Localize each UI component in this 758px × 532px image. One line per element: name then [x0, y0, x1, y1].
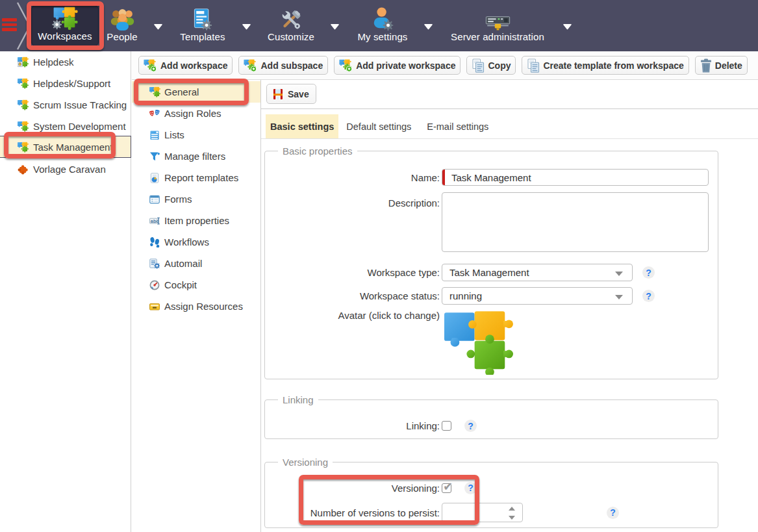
- name-label: Name:: [265, 172, 440, 183]
- add-private-workspace-button[interactable]: Add private workspace: [334, 56, 461, 75]
- document-gear-icon: [194, 8, 212, 31]
- copy-icon: [472, 58, 485, 73]
- spinner-down-icon[interactable]: [509, 516, 515, 520]
- puzzle-icon: [149, 86, 160, 97]
- menu-item-label: Lists: [164, 129, 184, 140]
- tab-basic-settings[interactable]: Basic settings: [266, 114, 338, 138]
- button-label: Add workspace: [160, 60, 227, 71]
- number-of-versions-help-icon[interactable]: ?: [607, 507, 619, 519]
- menu-item-lists[interactable]: Lists: [132, 124, 260, 146]
- spinner-up-icon[interactable]: [509, 507, 515, 511]
- description-row: Description:: [265, 192, 718, 252]
- add-workspace-button[interactable]: Add workspace: [138, 56, 233, 75]
- workspace-toolbar: Add workspace Add subspace Add private w…: [132, 51, 758, 80]
- button-label: Add private workspace: [356, 60, 455, 71]
- people-dropdown-caret-icon[interactable]: [153, 24, 163, 30]
- report-icon: [149, 173, 160, 183]
- button-label: Save: [288, 89, 309, 99]
- topbar-item-customize[interactable]: Customize: [262, 0, 320, 51]
- menu-item-report-templates[interactable]: Report templates: [132, 167, 260, 188]
- sidebar-item-system-development[interactable]: System Development: [0, 116, 131, 137]
- button-label: Copy: [488, 60, 511, 71]
- add-workspace-icon: [339, 59, 353, 72]
- selected-value: running: [449, 290, 482, 301]
- menu-item-assign-roles[interactable]: Assign Roles: [132, 103, 260, 124]
- menu-item-workflows[interactable]: Workflows: [132, 231, 260, 253]
- copy-button[interactable]: Copy: [466, 56, 516, 75]
- name-row: Name:: [265, 169, 718, 186]
- chevron-right-icon: [16, 1, 32, 51]
- linking-help-icon[interactable]: ?: [464, 420, 477, 432]
- description-textarea[interactable]: [442, 192, 709, 252]
- linking-fieldset: Linking Linking: ?: [264, 399, 718, 439]
- puzzle-icon: [18, 99, 29, 110]
- workspace-status-label: Workspace status:: [265, 290, 440, 301]
- topbar-item-label: Templates: [180, 32, 225, 42]
- puzzle-helpdesk-icon: [18, 57, 29, 68]
- fieldset-legend: Linking: [278, 394, 318, 405]
- save-button[interactable]: Save: [266, 84, 316, 104]
- number-of-versions-label: Number of versions to persist:: [265, 507, 440, 518]
- name-input-wrapper: [442, 169, 709, 186]
- topbar-item-templates[interactable]: Templates: [174, 0, 231, 51]
- form-icon: [149, 194, 160, 205]
- hamburger-menu-icon[interactable]: [2, 18, 17, 31]
- create-template-from-workspace-button[interactable]: Create template from workspace: [522, 56, 689, 75]
- workspace-status-help-icon[interactable]: ?: [642, 290, 655, 302]
- tab-label: Default settings: [346, 121, 411, 132]
- menu-item-label: Forms: [164, 194, 192, 205]
- topbar-item-people[interactable]: People: [102, 0, 142, 51]
- add-subspace-button[interactable]: Add subspace: [238, 56, 328, 75]
- topbar-item-workspaces[interactable]: Workspaces: [31, 5, 99, 46]
- puzzle-orange-icon: [18, 164, 29, 175]
- versioning-checkbox[interactable]: [442, 483, 451, 493]
- customize-dropdown-caret-icon[interactable]: [330, 24, 340, 30]
- menu-item-cockpit[interactable]: Cockpit: [132, 274, 260, 296]
- menu-item-forms[interactable]: Forms: [132, 188, 260, 210]
- button-label: Create template from workspace: [543, 60, 683, 71]
- sidebar-item-label: Helpdesk/Support: [33, 78, 110, 89]
- delete-button[interactable]: Delete: [695, 56, 748, 75]
- versioning-label: Versioning:: [265, 483, 440, 494]
- sidebar-item-task-management[interactable]: Task Management: [0, 136, 131, 158]
- menu-item-label: Report templates: [164, 172, 238, 183]
- sidebar-item-helpdesk-support[interactable]: Helpdesk/Support: [0, 73, 131, 94]
- workspace-type-select[interactable]: Task Management: [442, 264, 633, 281]
- tab-default-settings[interactable]: Default settings: [338, 114, 419, 138]
- server-administration-dropdown-caret-icon[interactable]: [562, 24, 572, 30]
- workspace-type-help-icon[interactable]: ?: [642, 266, 655, 279]
- menu-item-label: Workflows: [164, 236, 209, 247]
- menu-item-general[interactable]: General: [132, 81, 260, 103]
- menu-item-assign-resources[interactable]: Assign Resources: [132, 296, 260, 317]
- number-of-versions-input-wrapper: [442, 503, 523, 522]
- gauge-icon: [149, 280, 160, 290]
- fieldset-legend: Basic properties: [278, 146, 357, 157]
- sidebar-item-scrum-issue-tracking[interactable]: Scrum Issue Tracking: [0, 94, 131, 116]
- number-spinner[interactable]: [507, 507, 516, 520]
- select-arrow-icon: [615, 295, 623, 299]
- menu-item-automail[interactable]: Automail: [132, 253, 260, 274]
- versioning-help-icon[interactable]: ?: [464, 482, 477, 494]
- topbar: Workspaces People Templates Customize My…: [0, 0, 758, 51]
- tab-email-settings[interactable]: E-mail settings: [419, 114, 496, 138]
- number-of-versions-input[interactable]: [448, 504, 503, 521]
- linking-checkbox[interactable]: [442, 421, 451, 431]
- workspace-status-select[interactable]: running: [442, 287, 633, 305]
- workspace-sidebar: Helpdesk Helpdesk/Support Scrum Issue Tr…: [0, 51, 131, 532]
- sidebar-item-helpdesk[interactable]: Helpdesk: [0, 51, 131, 73]
- templates-dropdown-caret-icon[interactable]: [242, 24, 251, 30]
- topbar-item-label: Customize: [268, 32, 314, 42]
- trash-icon: [700, 58, 712, 73]
- basic-properties-fieldset: Basic properties Name: Description: Work…: [264, 151, 718, 379]
- selected-value: Task Management: [449, 267, 529, 278]
- menu-item-manage-filters[interactable]: Manage filters: [132, 146, 260, 167]
- my-settings-dropdown-caret-icon[interactable]: [423, 24, 433, 30]
- page: Workspaces People Templates Customize My…: [0, 0, 758, 532]
- topbar-item-label: My settings: [358, 32, 408, 42]
- topbar-item-server-administration[interactable]: Server administration: [446, 0, 550, 51]
- menu-item-item-properties[interactable]: Item properties: [132, 210, 260, 231]
- topbar-item-my-settings[interactable]: My settings: [354, 0, 411, 51]
- workspace-avatar-image[interactable]: [444, 310, 514, 375]
- name-input[interactable]: [451, 170, 705, 185]
- sidebar-item-vorlage-caravan[interactable]: Vorlage Caravan: [0, 158, 131, 180]
